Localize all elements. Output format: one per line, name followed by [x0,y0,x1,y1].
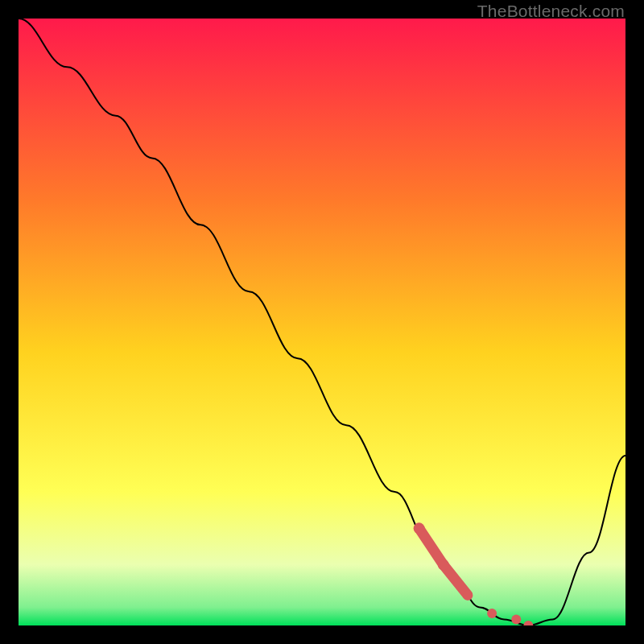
chart-frame [19,19,625,625]
chart-plot [19,19,625,625]
recommended-dot [414,522,425,534]
watermark-text: TheBottleneck.com [477,2,625,21]
recommended-dot [487,609,497,618]
recommended-dot [438,559,449,571]
recommended-dot [511,614,521,624]
recommended-dot [463,590,473,600]
gradient-background [19,19,625,625]
